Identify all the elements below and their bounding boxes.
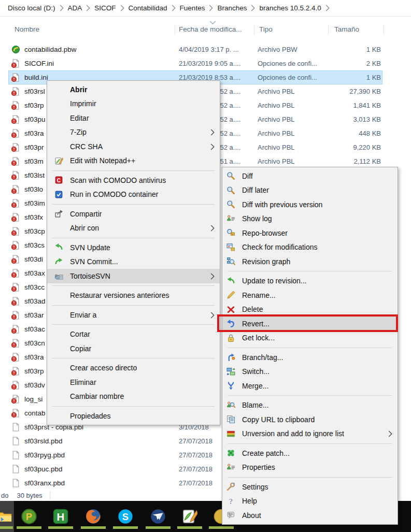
column-header-size[interactable]: Tamaño (334, 25, 359, 33)
menu-item-compartir[interactable]: Compartir (47, 207, 220, 221)
menu-item-tortoisesvn[interactable]: TortoiseSVN (47, 269, 220, 283)
menu-item-editar[interactable]: Editar (47, 111, 220, 125)
icon-spacer (54, 85, 66, 94)
submenu-item-revert[interactable]: Revert... (222, 317, 398, 331)
submenu-item-delete[interactable]: Delete (222, 303, 398, 317)
submenu-item-rename[interactable]: Rename... (222, 288, 398, 303)
menu-separator (52, 238, 215, 238)
status-size-text: 30 bytes (17, 492, 42, 499)
menu-item-crc-sha[interactable]: CRC SHA (47, 139, 220, 154)
column-header-name[interactable]: Nombre (15, 25, 39, 33)
column-header-type[interactable]: Tipo (259, 25, 273, 33)
menu-item-label: Cambiar nombre (70, 392, 124, 400)
menu-item-enviar-a[interactable]: Enviar a (47, 308, 220, 322)
svn-modified-file-icon (11, 325, 20, 334)
submenu-item-copy-url-to-clipboard[interactable]: Copy URL to clipboard (222, 412, 398, 427)
menu-separator (52, 358, 215, 358)
menu-item-label: Editar (70, 114, 89, 122)
submenu-item-blame[interactable]: Blame... (222, 398, 398, 413)
menu-item-label: Help (242, 497, 257, 505)
status-text-fragment: do (1, 492, 8, 499)
menu-item-eliminar[interactable]: Eliminar (47, 375, 220, 390)
submenu-item-switch[interactable]: Switch... (222, 365, 398, 379)
menu-item-crear-acceso-directo[interactable]: Crear acceso directo (47, 361, 220, 376)
taskbar-button-h-app[interactable]: H (48, 501, 73, 532)
taskbar-button-powerbuilder[interactable]: P (17, 501, 41, 532)
plain-file-icon (11, 465, 20, 473)
submenu-arrow-icon (210, 312, 215, 319)
svn-modified-file-icon (11, 115, 20, 124)
submenu-item-show-log[interactable]: Show log (222, 212, 398, 226)
menu-item-svn-commit[interactable]: SVN Commit... (47, 255, 220, 269)
file-name: sf03cp (24, 227, 45, 235)
submenu-item-check-for-modifications[interactable]: Check for modifications (222, 240, 398, 255)
breadcrumb-item-disco-local-d[interactable]: Disco local (D:) (5, 4, 58, 12)
taskbar-button-file-explorer[interactable] (0, 501, 14, 532)
showlog-icon (226, 214, 239, 223)
breadcrumb-item-sicof[interactable]: SICOF (92, 4, 118, 12)
submenu-item-update-to-revision[interactable]: Update to revision... (222, 274, 398, 289)
breadcrumb-item-branches[interactable]: Branches (215, 4, 249, 12)
submenu-item-diff-later[interactable]: Diff later (222, 183, 398, 198)
submenu-item-repo-browser[interactable]: Repo-browser (222, 226, 398, 240)
menu-item-7-zip[interactable]: 7-Zip (47, 125, 220, 140)
file-name: sf03ra (24, 353, 44, 361)
svn-modified-file-icon (11, 143, 20, 152)
file-name: sf03ax (24, 269, 45, 277)
submenu-item-get-lock[interactable]: Get lock... (222, 331, 398, 346)
file-size: 2 KB (328, 60, 381, 67)
menu-item-abrir[interactable]: Abrir (47, 82, 220, 97)
taskbar-button-skype[interactable]: S (113, 501, 138, 532)
breadcrumb-item-fuentes[interactable]: Fuentes (177, 4, 208, 12)
taskbar-button-thunderbird[interactable] (146, 501, 171, 532)
menu-item-svn-update[interactable]: SVN Update (47, 240, 220, 255)
submenu-item-branch-tag[interactable]: Branch/tag... (222, 350, 398, 365)
svn-modified-file-icon (11, 241, 20, 250)
menu-item-restaurar-versiones-anteriores[interactable]: Restaurar versiones anteriores (47, 289, 220, 303)
svn-modified-file-icon (11, 171, 20, 180)
menu-separator (228, 271, 392, 271)
menu-item-cortar[interactable]: Cortar (47, 327, 220, 342)
menu-item-copiar[interactable]: Copiar (47, 341, 220, 356)
submenu-item-diff-with-previous-version[interactable]: Diff with previous version (222, 197, 398, 212)
submenu-item-unversion-and-add-to-ignore-list[interactable]: Unversion and add to ignore list (222, 427, 398, 441)
icon-spacer (54, 330, 66, 339)
file-name: sf03ad (24, 297, 46, 305)
menu-item-propiedades[interactable]: Propiedades (47, 409, 220, 423)
file-row-sicof-ini[interactable]: SICOF.ini21/03/2019 9:05 a....Opciones d… (0, 56, 411, 70)
diff-icon (226, 171, 239, 180)
menu-separator (52, 170, 215, 171)
submenu-item-properties[interactable]: Properties (222, 461, 398, 475)
file-name: sf03rsl (24, 88, 45, 95)
submenu-item-help[interactable]: ?Help (222, 494, 398, 509)
menu-item-label: Switch... (242, 367, 270, 376)
submenu-item-settings[interactable]: Settings (222, 480, 398, 494)
menu-item-abrir-con[interactable]: Abrir con (47, 221, 220, 236)
column-header-date[interactable]: Fecha de modifica... (179, 25, 242, 33)
plain-file-icon (11, 451, 20, 459)
menu-item-edit-with-notepad[interactable]: Edit with Notepad++ (47, 154, 220, 168)
submenu-item-about[interactable]: About (222, 508, 398, 523)
submenu-item-create-patch[interactable]: Create patch... (222, 446, 398, 461)
menu-item-imprimir[interactable]: Imprimir (47, 97, 220, 111)
submenu-item-revision-graph[interactable]: Revision graph (222, 254, 398, 269)
menu-item-scan-with-comodo-antivirus[interactable]: CScan with COMODO antivirus (47, 173, 220, 188)
file-row-contabilidad-pbw[interactable]: contabilidad.pbw4/04/2019 3:17 p. ...Arc… (0, 42, 411, 56)
menu-item-cambiar-nombre[interactable]: Cambiar nombre (47, 390, 220, 404)
breadcrumb-item-ada[interactable]: ADA (65, 4, 85, 12)
svn-update-icon (226, 277, 239, 285)
submenu-item-diff[interactable]: Diff (222, 169, 398, 183)
file-name: sf03cn (24, 339, 45, 347)
file-name: contab (24, 409, 46, 417)
menu-item-label: Revision graph (242, 257, 290, 266)
breadcrumb-item-branches-10-5-2-4-0[interactable]: branches 10.5.2.4.0 (257, 4, 323, 12)
menu-item-run-in-comodo-container[interactable]: Run in COMODO container (47, 188, 220, 202)
taskbar-button-firefox[interactable] (81, 501, 106, 532)
file-type: Archivo PBW (258, 46, 328, 53)
taskbar-button-notepadpp-taskbar[interactable] (177, 501, 202, 532)
taskbar-running-indicator (177, 526, 202, 529)
submenu-item-merge[interactable]: Merge... (222, 379, 398, 393)
h-app-icon: H (53, 509, 68, 524)
breadcrumb-item-contabilidad[interactable]: Contabilidad (126, 4, 170, 12)
taskbar-running-indicator (146, 526, 171, 529)
